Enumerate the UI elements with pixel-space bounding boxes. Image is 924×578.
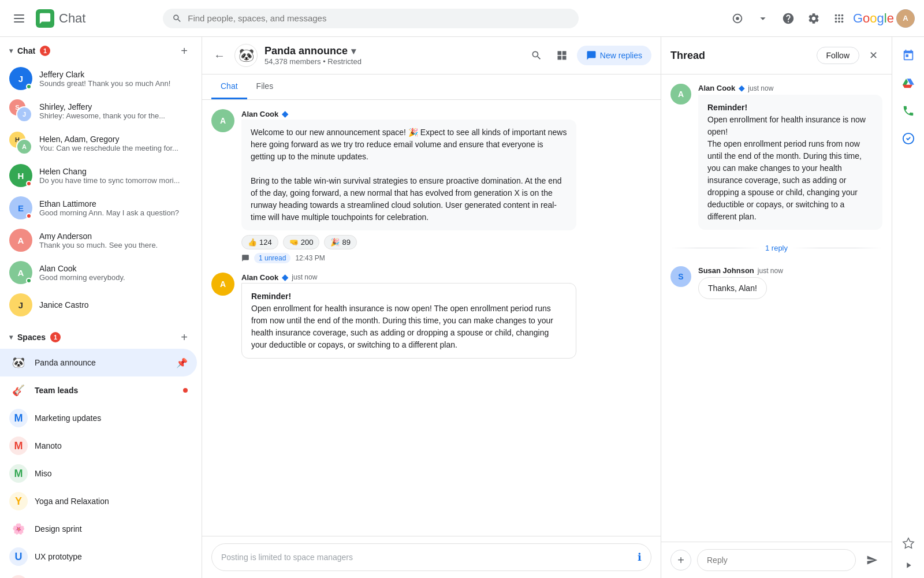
thread-reply-input[interactable] (697, 549, 856, 571)
spaces-section-header[interactable]: ▾ Spaces 1 + (0, 326, 202, 349)
thread-reply-text: Thanks, Alan! (708, 284, 757, 293)
user-avatar[interactable]: A (896, 9, 915, 28)
space-item-miso[interactable]: M Miso (0, 460, 197, 487)
drive-icon-btn[interactable] (897, 72, 920, 95)
divider-line-left (670, 248, 761, 248)
msg2-avatar: A (211, 273, 234, 296)
ethan-preview: Good morning Ann. May I ask a question? (39, 208, 188, 217)
space-item-yoga[interactable]: Y Yoga and Relaxation (0, 487, 197, 515)
chat-item-janice[interactable]: J Janice Castro (0, 289, 197, 321)
reaction-fist-count: 200 (301, 238, 314, 247)
dnd-indicator (26, 181, 32, 187)
chat-item-shirley-jeffery[interactable]: S J Shirley, Jeffery Shirley: Awesome, t… (0, 95, 197, 127)
jeffery-preview: Sounds great! Thank you so much Ann! (39, 79, 188, 88)
google-logo: Google (853, 11, 894, 26)
space-item-sales[interactable]: S Sales Report (0, 570, 197, 578)
space-item-panda[interactable]: 🐼 Panda announce 📌 (0, 349, 197, 376)
back-button[interactable]: ← (211, 47, 228, 65)
helen-chang-avatar: H (9, 164, 32, 187)
follow-button[interactable]: Follow (817, 47, 859, 64)
amy-info: Amy Anderson Thank you so much. See you … (39, 232, 188, 249)
msg1-meta: 1 unread 12:43 PM (241, 253, 651, 263)
more-apps-chevron[interactable] (751, 7, 774, 30)
helen-adam-info: Helen, Adam, Gregory You: Can we resched… (39, 135, 188, 152)
space-item-marketing[interactable]: M Marketing updates (0, 404, 197, 432)
reaction-thumbs[interactable]: 👍124 (241, 235, 278, 249)
chat-header: ← 🐼 Panda announce ▾ 54,378 members • Re… (202, 37, 661, 74)
chat-input-placeholder: Posting is limited to space managers (221, 553, 632, 562)
msg1-bubble: Welcome to our new announcement space! 🎉… (241, 120, 576, 230)
reaction-party[interactable]: 🎉89 (324, 235, 356, 249)
space-item-ux[interactable]: U UX prototype (0, 543, 197, 570)
expand-icon[interactable] (897, 560, 920, 571)
info-icon[interactable]: ℹ (638, 551, 642, 564)
ux-name: UX prototype (35, 552, 188, 561)
tab-chat[interactable]: Chat (211, 74, 247, 99)
new-replies-button[interactable]: New replies (577, 46, 651, 65)
marketing-name: Marketing updates (35, 413, 188, 423)
apps-icon-btn[interactable] (828, 7, 851, 30)
chat-header-title: Panda announce ▾ (264, 45, 519, 57)
topbar-icons: Google A (726, 7, 915, 30)
ethan-avatar: E (9, 196, 32, 219)
chat-item-amy[interactable]: A Amy Anderson Thank you so much. See yo… (0, 224, 197, 256)
new-replies-label: New replies (600, 51, 642, 60)
record-icon-btn[interactable] (726, 7, 749, 30)
space-item-team-leads[interactable]: 🎸 Team leads (0, 376, 197, 404)
tab-files[interactable]: Files (247, 74, 283, 99)
chat-badge: 1 (40, 46, 50, 56)
svg-point-1 (736, 17, 739, 20)
thread-send-button[interactable] (862, 550, 882, 570)
msg2-content: Alan Cook ◆ just now Reminder! Open enro… (241, 273, 651, 359)
space-item-design[interactable]: 🌸 Design sprint (0, 515, 197, 543)
message-1: A Alan Cook ◆ Welcome to our new announc… (211, 109, 651, 263)
chat-item-jeffery[interactable]: J Jeffery Clark Sounds great! Thank you … (0, 62, 197, 95)
topbar: Chat Google A (0, 0, 924, 37)
chat-messages: A Alan Cook ◆ Welcome to our new announc… (202, 100, 661, 536)
thread-main-avatar: A (670, 84, 691, 105)
chat-item-helen-adam[interactable]: H A Helen, Adam, Gregory You: Can we res… (0, 127, 197, 159)
chat-item-ethan[interactable]: E Ethan Lattimore Good morning Ann. May … (0, 192, 197, 224)
search-chat-button[interactable] (526, 45, 547, 66)
spaces-add-button[interactable]: + (176, 329, 192, 345)
ux-icon: U (9, 547, 28, 566)
view-toggle-button[interactable] (552, 45, 572, 66)
miso-name: Miso (35, 469, 188, 478)
chat-item-helen-chang[interactable]: H Helen Chang Do you have time to sync t… (0, 159, 197, 192)
sales-icon: S (9, 575, 28, 578)
space-avatar: 🐼 (234, 44, 258, 67)
title-chevron[interactable]: ▾ (351, 46, 356, 57)
thread-add-button[interactable]: + (670, 550, 691, 570)
chat-add-button[interactable]: + (176, 43, 192, 59)
tasks-icon-btn[interactable] (897, 127, 920, 150)
app-logo[interactable]: Chat (36, 9, 85, 28)
calendar-icon-btn[interactable] (897, 44, 920, 67)
msg2-verified-icon: ◆ (282, 273, 288, 282)
chat-title-text: Panda announce (264, 45, 348, 57)
star-icon-btn[interactable] (897, 532, 920, 555)
search-input[interactable] (188, 13, 569, 23)
thread-reply-time: just now (758, 267, 783, 275)
space-item-manoto[interactable]: M Manoto (0, 432, 197, 460)
thread-reply-count[interactable]: 1 reply (765, 244, 788, 252)
chat-input-box[interactable]: Posting is limited to space managers ℹ (211, 543, 651, 571)
thread-close-button[interactable]: ✕ (864, 46, 882, 65)
jeffery-info: Jeffery Clark Sounds great! Thank you so… (39, 70, 188, 88)
marketing-icon: M (9, 409, 28, 427)
miso-icon: M (9, 464, 28, 483)
phone-icon-btn[interactable] (897, 99, 920, 122)
chat-section-header[interactable]: ▾ Chat 1 + (0, 39, 202, 62)
help-icon-btn[interactable] (777, 7, 800, 30)
menu-icon[interactable] (9, 10, 29, 27)
thread-reply-avatar: S (670, 266, 691, 287)
thread-main-time: just now (748, 84, 773, 92)
unread-badge[interactable]: 1 unread (254, 253, 290, 263)
right-sidebar (892, 37, 924, 578)
thread-verified-icon: ◆ (739, 84, 744, 92)
thread-main-sender-name: Alan Cook (698, 84, 735, 92)
chat-item-alan[interactable]: A Alan Cook Good morning everybody. (0, 256, 197, 289)
reaction-fist[interactable]: 🤜200 (283, 235, 320, 249)
manoto-icon: M (9, 437, 28, 455)
search-box[interactable] (163, 9, 579, 28)
settings-icon-btn[interactable] (802, 7, 825, 30)
